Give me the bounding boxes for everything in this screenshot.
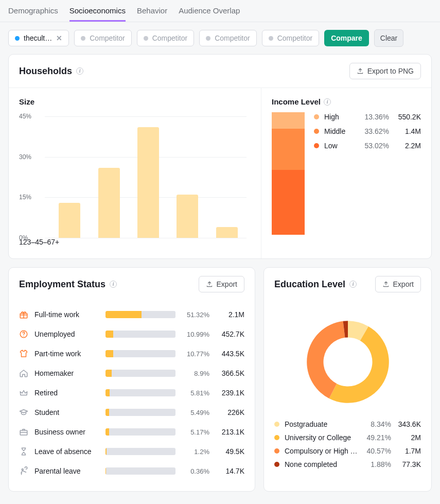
competitor-pill[interactable]: Competitor [74,30,131,46]
export-button[interactable]: Export [375,276,421,292]
employment-percent: 0.36% [182,467,209,475]
employment-row: Retired5.81%239.1K [19,383,244,403]
employment-title: Employment Status i [19,279,117,290]
info-icon[interactable]: i [324,98,331,106]
legend-percent: 13.36% [358,113,389,121]
legend-value: 550.2K [389,113,421,121]
legend-dot-icon [274,435,279,440]
employment-row: Unemployed10.99%452.7K [19,324,244,344]
close-icon[interactable]: ✕ [56,34,62,42]
tab-behavior[interactable]: Behavior [137,6,167,22]
legend-name: Middle [324,127,358,135]
employment-name: Part-time work [34,350,99,358]
x-tick-label: 3–4 [27,238,39,246]
size-bar [177,195,198,238]
employment-row: Business owner5.17%213.1K [19,422,244,442]
employment-row: Leave of absence1.2%49.5K [19,442,244,461]
legend-value: 343.6K [391,420,421,428]
pill-label: Competitor [90,34,125,42]
pill-label: Competitor [215,34,250,42]
employment-bar [105,467,175,475]
pill-dot-icon [269,36,273,41]
legend-name: Low [324,142,358,150]
income-label: Income Level i [272,97,421,106]
tab-audience-overlap[interactable]: Audience Overlap [179,6,240,22]
pill-label: thecult… [24,34,52,42]
households-card: Households i Export to PNG Size 0%15%30%… [8,54,432,259]
employment-value: 213.1K [216,428,244,436]
competitor-pill[interactable]: Competitor [262,30,319,46]
size-panel: Size 0%15%30%45%123–45–67+ [9,88,261,258]
legend-row: Middle33.62%1.4M [314,127,421,135]
employment-row: Parental leave0.36%14.7K [19,461,244,481]
info-icon[interactable]: i [76,67,83,75]
y-tick-label: 15% [19,194,31,201]
income-segment [272,129,305,170]
households-title: Households i [19,66,83,77]
legend-row: University or College49.21%2M [274,433,421,442]
employment-value: 239.1K [216,389,244,397]
competitor-pill-selected[interactable]: thecult… ✕ [8,30,69,46]
employment-bar [105,409,175,416]
size-bar-chart: 0%15%30%45% [19,109,251,238]
employment-row: Full-time work51.32%2.1M [19,305,244,324]
education-title-text: Education Level [274,279,345,290]
upload-icon [206,281,213,288]
legend-percent: 8.34% [361,420,391,428]
employment-value: 2.1M [216,310,244,319]
upload-icon [382,281,390,288]
employment-name: Unemployed [34,330,99,338]
clear-button[interactable]: Clear [374,29,403,47]
employment-name: Full-time work [34,310,99,319]
employment-bar [105,389,175,396]
employment-percent: 8.9% [182,370,209,377]
legend-name: None completed [285,460,361,468]
pill-dot-icon [15,36,20,41]
pill-dot-icon [144,36,148,41]
employment-value: 366.5K [216,369,244,377]
employment-percent: 10.77% [182,350,209,358]
employment-bar [105,331,175,338]
legend-value: 2.2M [389,142,421,150]
size-label: Size [19,97,251,106]
legend-percent: 40.57% [361,447,391,455]
legend-value: 77.3K [391,460,421,468]
export-label: Export [393,280,414,288]
svg-point-3 [22,469,23,471]
competitor-pill[interactable]: Competitor [137,30,194,46]
legend-value: 1.7M [391,447,421,455]
baby-icon [19,466,28,476]
tab-demographics[interactable]: Demographics [8,6,58,22]
legend-name: Compulsory or High … [285,447,361,455]
employment-percent: 51.32% [182,311,209,319]
competitor-pill[interactable]: Competitor [199,30,256,46]
export-button[interactable]: Export [199,276,244,292]
legend-row: High13.36%550.2K [314,113,421,121]
info-icon[interactable]: i [110,281,117,288]
legend-name: High [324,113,358,121]
income-panel: Income Level i High13.36%550.2KMiddle33.… [261,88,431,258]
legend-name: University or College [285,433,361,442]
competitor-row: thecult… ✕ CompetitorCompetitorCompetito… [0,22,440,54]
legend-dot-icon [314,129,319,134]
y-tick-label: 30% [19,153,31,161]
tab-socioeconomics[interactable]: Socioeconomics [69,6,126,22]
employment-value: 14.7K [216,467,244,475]
x-tick-label: 5–6 [39,238,51,246]
education-title: Education Level i [274,279,357,290]
info-icon[interactable]: i [349,281,357,288]
education-donut-chart [299,313,397,411]
tabs: Demographics Socioeconomics Behavior Aud… [0,0,440,22]
pill-label: Competitor [277,34,312,42]
legend-row: Low53.02%2.2M [314,142,421,150]
legend-row: Postgraduate8.34%343.6K [274,420,421,428]
compare-button[interactable]: Compare [324,30,369,46]
briefcase-icon [19,427,28,437]
pill-label: Competitor [152,34,187,42]
employment-value: 226K [216,408,244,416]
income-stacked-bar [272,112,305,235]
export-to-png-button[interactable]: Export to PNG [349,63,421,79]
legend-dot-icon [314,143,319,148]
income-legend: High13.36%550.2KMiddle33.62%1.4MLow53.02… [314,113,421,235]
employment-bar [105,350,175,357]
